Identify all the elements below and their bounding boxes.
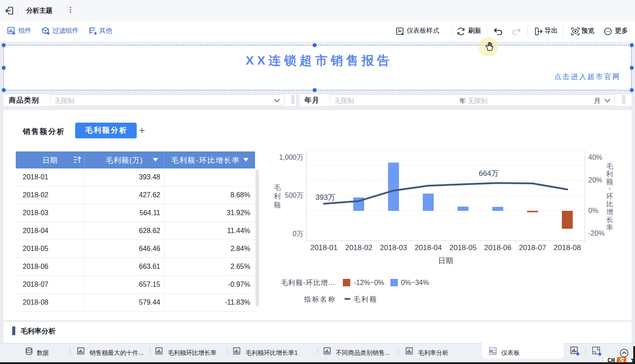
svg-text:-12%~0%: -12%~0%: [354, 279, 384, 286]
svg-text:0%~34%: 0%~34%: [401, 279, 429, 286]
svg-text:393万: 393万: [315, 193, 335, 202]
svg-text:毛: 毛: [274, 184, 281, 191]
svg-text:2018-03: 2018-03: [380, 244, 407, 252]
svg-text:2018-01: 2018-01: [311, 244, 338, 252]
svg-text:2018-08: 2018-08: [554, 244, 581, 252]
svg-text:率: 率: [606, 224, 613, 231]
svg-text:利: 利: [273, 192, 281, 200]
svg-text:2018-02: 2018-02: [345, 244, 372, 252]
svg-text:664万: 664万: [479, 169, 498, 178]
svg-text:2018-05: 2018-05: [449, 244, 476, 252]
svg-text:-20%: -20%: [588, 230, 604, 237]
svg-text:额: 额: [273, 201, 281, 209]
svg-text:0万: 0万: [293, 230, 304, 237]
svg-text:指标名称: 指标名称: [304, 295, 336, 303]
svg-text:日期: 日期: [438, 257, 453, 265]
svg-text:2018-06: 2018-06: [484, 244, 511, 252]
svg-text:比: 比: [606, 200, 613, 208]
svg-text:环: 环: [606, 192, 613, 200]
svg-text:毛: 毛: [606, 162, 613, 170]
svg-text:500万: 500万: [285, 192, 304, 199]
svg-text:毛利额: 毛利额: [353, 295, 378, 303]
svg-text:利: 利: [606, 170, 613, 178]
svg-text:40%: 40%: [588, 154, 602, 161]
svg-text:0%: 0%: [588, 207, 598, 214]
svg-text:20%: 20%: [588, 176, 602, 184]
svg-text:1,000万: 1,000万: [279, 154, 304, 161]
svg-text:2018-07: 2018-07: [519, 244, 546, 252]
svg-text:长: 长: [606, 216, 613, 223]
svg-text:毛利额-环比增...: 毛利额-环比增...: [281, 279, 335, 286]
svg-text:增: 增: [606, 208, 613, 216]
svg-text:2018-04: 2018-04: [414, 244, 442, 252]
svg-text:-: -: [608, 185, 611, 192]
